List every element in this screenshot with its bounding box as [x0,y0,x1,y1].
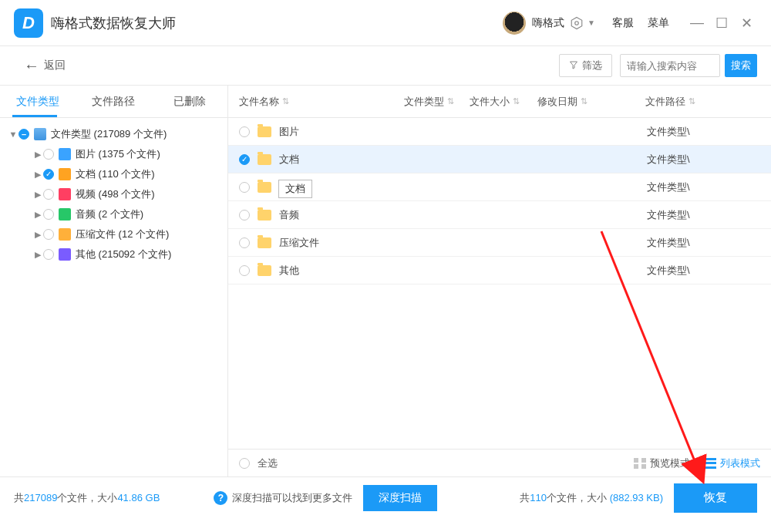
app-title: 嗨格式数据恢复大师 [51,14,176,32]
tree-item-video[interactable]: ▶ 视频 (498 个文件) [0,184,227,204]
tree-root[interactable]: ▼ 文件类型 (217089 个文件) [0,124,227,144]
archive-icon [59,228,71,241]
folder-icon [258,210,271,221]
tooltip: 文档 [278,180,312,198]
preview-mode-button[interactable]: 预览模式 [634,456,690,470]
titlebar: D 嗨格式数据恢复大师 嗨格式 ▼ 客服 菜单 — ☐ ✕ [0,0,771,46]
tree-root-checkbox[interactable] [19,129,29,140]
filter-icon [569,60,578,72]
select-all-checkbox[interactable] [239,458,250,469]
column-name[interactable]: 文件名称 [228,95,396,109]
column-path[interactable]: 文件路径 [638,95,771,109]
caret-right-icon[interactable]: ▶ [32,170,43,180]
selected-files-text: 共110个文件，大小 (882.93 KB) [520,491,663,505]
deep-scan-button[interactable]: 深度扫描 [363,485,437,511]
image-icon [59,148,71,160]
maximize-button[interactable]: ☐ [711,12,732,34]
drive-icon [34,128,46,140]
caret-right-icon[interactable]: ▶ [32,150,43,160]
search-input[interactable] [620,54,720,77]
tree-checkbox[interactable] [43,189,54,200]
filter-label: 筛选 [582,59,602,72]
info-icon: ? [214,491,227,505]
file-row[interactable]: 音频 文件类型\ [228,201,771,229]
file-footer: 全选 预览模式 列表模式 [228,449,771,476]
folder-icon [258,154,271,165]
row-checkbox[interactable] [239,182,250,193]
tree-checkbox[interactable] [43,229,54,240]
tree-checkbox[interactable] [43,169,54,180]
tree-checkbox[interactable] [43,249,54,260]
file-type-tree: ▼ 文件类型 (217089 个文件) ▶ 图片 (1375 个文件) ▶ 文档… [0,118,227,476]
caret-right-icon[interactable]: ▶ [32,230,43,240]
column-date[interactable]: 修改日期 [530,95,638,109]
tree-checkbox[interactable] [43,209,54,220]
grid-icon [634,458,646,469]
caret-right-icon[interactable]: ▶ [32,250,43,260]
tree-item-audio[interactable]: ▶ 音频 (2 个文件) [0,204,227,224]
column-size[interactable]: 文件大小 [462,95,530,109]
audio-icon [59,208,71,221]
caret-down-icon[interactable]: ▼ [8,130,19,139]
other-icon [59,248,71,261]
file-row[interactable]: 压缩文件 文件类型\ [228,229,771,257]
app-logo: D [14,8,43,38]
tree-root-label: 文件类型 (217089 个文件) [51,127,167,141]
support-link[interactable]: 客服 [612,16,634,30]
document-icon [59,168,71,180]
row-checkbox[interactable] [239,237,250,248]
folder-icon [258,126,271,137]
username[interactable]: 嗨格式 [532,16,564,30]
recover-button[interactable]: 恢复 [674,483,757,513]
settings-hex-icon[interactable] [569,15,584,31]
video-icon [59,188,71,200]
row-checkbox[interactable] [239,210,250,221]
tab-deleted[interactable]: 已删除 [152,87,227,116]
select-all[interactable]: 全选 [239,456,278,470]
folder-icon [258,237,271,248]
row-checkbox[interactable] [239,126,250,137]
search-button[interactable]: 搜索 [725,54,757,77]
file-row[interactable]: 其他 文件类型\ [228,257,771,285]
tab-file-type[interactable]: 文件类型 [0,87,76,116]
file-row[interactable]: 文档 文件类型\ [228,146,771,173]
total-files-text: 共217089个文件，大小41.86 GB [14,491,160,505]
svg-marker-2 [571,62,577,69]
main: 文件类型 文件路径 已删除 ▼ 文件类型 (217089 个文件) ▶ 图片 (… [0,85,771,476]
svg-marker-0 [571,17,582,29]
file-row[interactable]: 图片 文件类型\ [228,118,771,146]
avatar[interactable] [503,12,526,35]
file-panel: 文件名称 文件类型 文件大小 修改日期 文件路径 图片 文件类型\ 文档 文件类… [228,86,771,476]
svg-point-1 [575,21,579,25]
statusbar: 共217089个文件，大小41.86 GB ? 深度扫描可以找到更多文件 深度扫… [0,476,771,518]
tree-item-image[interactable]: ▶ 图片 (1375 个文件) [0,144,227,164]
toolbar: ← 返回 筛选 搜索 [0,46,771,85]
caret-right-icon[interactable]: ▶ [32,190,43,200]
tab-file-path[interactable]: 文件路径 [76,87,151,116]
tree-item-document[interactable]: ▶ 文档 (110 个文件) [0,164,227,184]
file-header: 文件名称 文件类型 文件大小 修改日期 文件路径 [228,86,771,118]
deep-scan-tip: ? 深度扫描可以找到更多文件 [214,491,352,505]
tree-item-other[interactable]: ▶ 其他 (215092 个文件) [0,244,227,264]
folder-icon [258,182,271,193]
menu-link[interactable]: 菜单 [648,16,669,30]
list-mode-button[interactable]: 列表模式 [704,456,760,470]
tree-item-archive[interactable]: ▶ 压缩文件 (12 个文件) [0,224,227,244]
sidebar: 文件类型 文件路径 已删除 ▼ 文件类型 (217089 个文件) ▶ 图片 (… [0,86,228,476]
file-list: 图片 文件类型\ 文档 文件类型\ 视... 文件类型\ [228,118,771,449]
row-checkbox[interactable] [239,265,250,276]
sidebar-tabs: 文件类型 文件路径 已删除 [0,86,227,118]
back-button[interactable]: ← 返回 [24,57,66,75]
arrow-left-icon: ← [24,57,39,75]
user-dropdown-caret[interactable]: ▼ [588,19,595,27]
list-icon [704,458,716,469]
folder-icon [258,265,271,276]
filter-button[interactable]: 筛选 [559,54,612,77]
row-checkbox[interactable] [239,154,250,165]
tree-checkbox[interactable] [43,149,54,160]
back-label: 返回 [44,59,66,72]
minimize-button[interactable]: — [686,12,708,34]
column-type[interactable]: 文件类型 [396,95,462,109]
caret-right-icon[interactable]: ▶ [32,210,43,220]
close-button[interactable]: ✕ [736,12,757,34]
